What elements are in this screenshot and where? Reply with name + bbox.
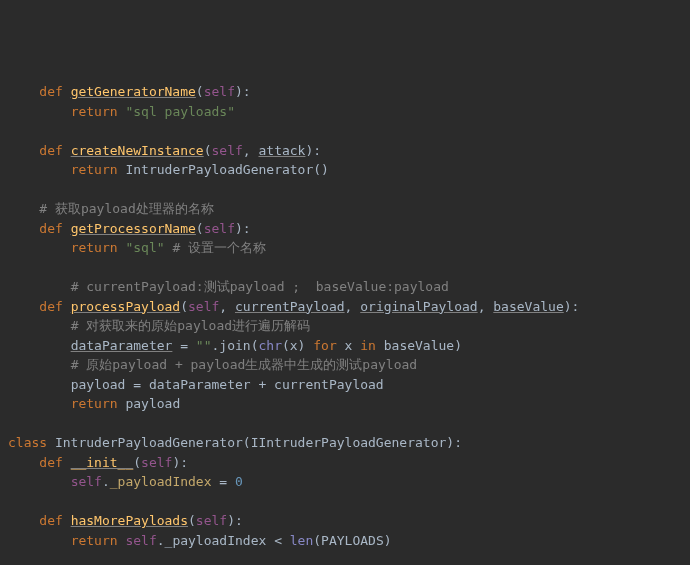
string-literal: "sql" [125,240,164,255]
keyword-for: for [313,338,336,353]
builtin-chr: chr [258,338,281,353]
param-attack: attack [258,143,305,158]
builtin-len: len [290,533,313,548]
var-dataparameter: dataParameter [71,338,173,353]
param-originalpayload: originalPayload [360,299,477,314]
self-param: self [196,513,227,528]
self-ref: self [125,533,156,548]
self-param: self [204,221,235,236]
keyword-return: return [71,104,118,119]
comment: # 对获取来的原始payload进行遍历解码 [71,318,310,333]
keyword-return: return [71,240,118,255]
self-param: self [204,84,235,99]
attr-payloadindex: _payloadIndex [110,474,212,489]
assign-payload: payload = dataParameter + currentPayload [71,377,384,392]
function-name: processPayload [71,299,181,314]
function-name: createNewInstance [71,143,204,158]
code-block: def getGeneratorName(self): return "sql … [8,82,682,565]
param-currentpayload: currentPayload [235,299,345,314]
function-name: __init__ [71,455,134,470]
comment: # 获取payload处理器的名称 [39,201,213,216]
class-name: IntruderPayloadGenerator(IIntruderPayloa… [55,435,462,450]
keyword-in: in [360,338,376,353]
keyword-def: def [39,299,62,314]
comment: # 原始payload + payload生成器中生成的测试payload [71,357,418,372]
param-basevalue: baseValue [493,299,563,314]
comment: # 设置一个名称 [172,240,266,255]
self-param: self [141,455,172,470]
comment: # currentPayload:测试payload ; baseValue:p… [71,279,449,294]
keyword-def: def [39,513,62,528]
keyword-def: def [39,455,62,470]
keyword-return: return [71,162,118,177]
number-literal: 0 [235,474,243,489]
keyword-def: def [39,84,62,99]
keyword-class: class [8,435,47,450]
call-expr: IntruderPayloadGenerator() [125,162,329,177]
keyword-return: return [71,533,118,548]
function-name: getProcessorName [71,221,196,236]
keyword-return: return [71,396,118,411]
string-literal: "sql payloads" [125,104,235,119]
string-literal: "" [196,338,212,353]
function-name: hasMorePayloads [71,513,188,528]
self-param: self [188,299,219,314]
self-ref: self [71,474,102,489]
keyword-def: def [39,221,62,236]
function-name: getGeneratorName [71,84,196,99]
self-param: self [212,143,243,158]
keyword-def: def [39,143,62,158]
